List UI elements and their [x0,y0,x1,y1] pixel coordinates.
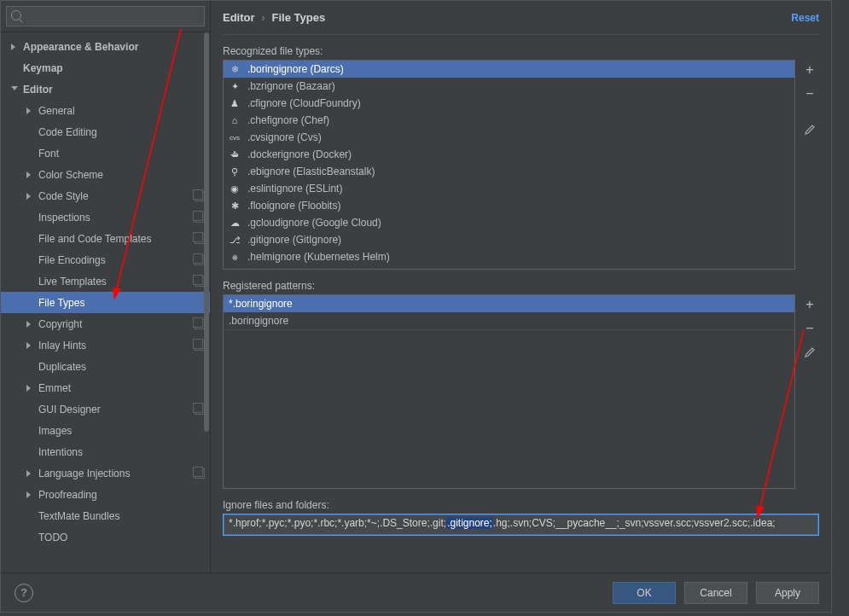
dialog-button-bar: ? OK Cancel Apply [1,572,831,612]
help-button[interactable]: ? [15,584,33,602]
settings-search-input[interactable] [6,6,205,26]
filetype-label: .bzrignore (Bazaar) [247,80,335,92]
tree-item-live-templates[interactable]: Live Templates [1,270,210,292]
tree-item-inlay-hints[interactable]: Inlay Hints [1,334,210,356]
registered-patterns-list[interactable]: *.boringignore.boringignore [223,294,795,489]
tree-caret-icon [26,342,33,349]
filetype-label: .cfignore (CloudFoundry) [247,97,361,109]
recognized-filetypes-label: Recognized file types: [223,45,819,57]
tree-item-label: Proofreading [38,489,205,501]
project-scope-icon [195,212,205,223]
breadcrumb-current: File Types [272,11,326,24]
remove-pattern-button[interactable]: − [801,320,818,337]
filetype-row[interactable]: ⚲.ebignore (ElasticBeanstalk) [224,163,794,180]
pattern-row[interactable]: *.boringignore [224,295,794,312]
tree-item-label: Editor [23,84,205,96]
patterns-empty-area [224,329,794,488]
tree-item-language-injections[interactable]: Language Injections [1,462,210,484]
remove-filetype-button[interactable]: − [801,85,818,102]
tree-item-proofreading[interactable]: Proofreading [1,484,210,505]
tree-item-label: TextMate Bundles [38,510,205,522]
filetype-icon: ◉ [229,183,241,195]
ok-button[interactable]: OK [613,582,676,604]
tree-item-keymap[interactable]: Keymap [1,57,210,78]
filetype-row[interactable]: ✦.bzrignore (Bazaar) [224,78,794,95]
tree-item-label: TODO [38,532,205,543]
reset-link[interactable]: Reset [791,12,819,24]
chevron-right-icon: › [262,12,265,24]
tree-item-color-scheme[interactable]: Color Scheme [1,164,210,185]
tree-item-todo[interactable]: TODO [1,526,210,548]
settings-tree[interactable]: Appearance & BehaviorKeymapEditorGeneral… [1,32,210,572]
project-scope-icon [195,255,205,265]
tree-item-editor[interactable]: Editor [1,78,210,100]
tree-caret-icon [26,491,33,498]
tree-caret-icon [11,44,18,50]
tree-item-textmate-bundles[interactable]: TextMate Bundles [1,505,210,526]
recognized-filetypes-list[interactable]: ❄.boringignore (Darcs)✦.bzrignore (Bazaa… [223,60,795,270]
tree-item-file-encodings[interactable]: File Encodings [1,249,210,270]
ignore-files-input[interactable]: *.hprof;*.pyc;*.pyo;*.rbc;*.yarb;*~;.DS_… [223,514,819,536]
filetype-row[interactable]: ⌂.chefignore (Chef) [224,112,794,129]
pattern-label: .boringignore [229,315,288,327]
tree-item-code-editing[interactable]: Code Editing [1,121,210,142]
tree-item-label: Inspections [38,212,195,224]
filetype-label: .flooignore (Floobits) [247,200,340,212]
tree-item-general[interactable]: General [1,100,210,121]
tree-item-label: Code Style [38,190,195,202]
tree-caret-icon [26,321,33,328]
tree-item-label: General [38,105,205,117]
edit-pattern-button[interactable] [801,344,818,361]
filetype-row[interactable]: ❄.boringignore (Darcs) [224,61,794,78]
pattern-row[interactable]: .boringignore [224,312,794,329]
tree-item-duplicates[interactable]: Duplicates [1,356,210,377]
filetype-row[interactable]: ⎈.helmignore (Kubernetes Helm) [224,248,794,265]
tree-item-copyright[interactable]: Copyright [1,313,210,334]
cancel-button[interactable]: Cancel [684,582,747,604]
tree-item-label: Live Templates [38,276,195,288]
project-scope-icon [195,319,205,329]
tree-item-file-and-code-templates[interactable]: File and Code Templates [1,228,210,249]
breadcrumb-parent: Editor [223,11,255,24]
add-pattern-button[interactable]: + [801,296,818,313]
tree-item-emmet[interactable]: Emmet [1,377,210,398]
project-scope-icon [195,404,205,415]
tree-item-label: Intentions [38,446,205,458]
tree-item-inspections[interactable]: Inspections [1,206,210,228]
tree-item-gui-designer[interactable]: GUI Designer [1,398,210,420]
tree-caret-icon [26,108,33,114]
project-scope-icon [195,468,205,479]
filetype-row[interactable]: cvs.cvsignore (Cvs) [224,129,794,146]
pattern-label: *.boringignore [229,298,293,310]
filetype-row[interactable]: ♟.cfignore (CloudFoundry) [224,95,794,112]
filetype-icon: ⎇ [229,234,241,246]
tree-item-file-types[interactable]: File Types [1,292,210,313]
filetype-icon: ☁ [229,217,241,229]
tree-item-label: File and Code Templates [38,233,195,245]
add-filetype-button[interactable]: + [801,61,818,78]
tree-caret-icon [26,470,33,477]
tree-item-code-style[interactable]: Code Style [1,185,210,206]
tree-item-label: Images [38,425,205,437]
tree-item-label: Code Editing [38,126,205,138]
registered-patterns-label: Registered patterns: [223,280,819,292]
tree-item-label: Color Scheme [38,169,205,181]
tree-item-label: Duplicates [38,361,205,373]
tree-item-appearance-behavior[interactable]: Appearance & Behavior [1,36,210,57]
tree-scrollbar[interactable] [203,32,210,572]
filetype-label: .chefignore (Chef) [247,114,329,126]
tree-item-label: Copyright [38,318,195,330]
filetype-label: .ebignore (ElasticBeanstalk) [247,166,375,177]
tree-item-font[interactable]: Font [1,142,210,164]
tree-item-images[interactable]: Images [1,420,210,441]
filetype-row[interactable]: ⎇.gitignore (GitIgnore) [224,231,794,248]
filetype-row[interactable]: ⛴.dockerignore (Docker) [224,146,794,163]
apply-button[interactable]: Apply [756,582,819,604]
edit-filetype-button[interactable] [801,121,818,138]
filetype-row[interactable]: ◉.eslintignore (ESLint) [224,180,794,197]
filetype-row[interactable]: ✱.flooignore (Floobits) [224,197,794,214]
tree-item-intentions[interactable]: Intentions [1,441,210,462]
tree-caret-icon [26,193,33,200]
search-icon [11,10,21,20]
filetype-row[interactable]: ☁.gcloudignore (Google Cloud) [224,214,794,231]
